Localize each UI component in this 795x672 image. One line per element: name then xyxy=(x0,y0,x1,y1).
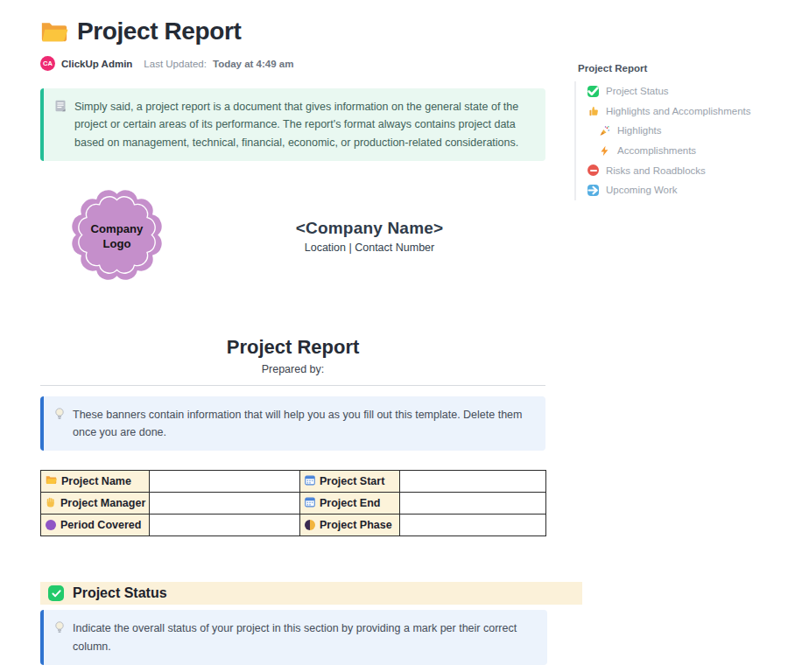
no-entry-icon xyxy=(587,164,599,176)
last-updated-label: Last Updated: xyxy=(144,59,207,69)
table-row: Project Manager Project End xyxy=(41,493,546,514)
last-updated-value: Today at 4:49 am xyxy=(213,59,293,69)
logo-text-line2: Logo xyxy=(102,237,130,250)
document-body: Project Report CA ClickUp Admin Last Upd… xyxy=(40,0,545,665)
doc-title-row: Project Report xyxy=(40,0,545,46)
divider-line xyxy=(40,385,545,386)
outline-header[interactable]: Project Report xyxy=(574,63,791,74)
cell-project-manager-value[interactable] xyxy=(150,493,300,514)
author-name[interactable]: ClickUp Admin xyxy=(61,59,132,69)
table-row: Project Name Project Start xyxy=(41,471,546,493)
byline: CA ClickUp Admin Last Updated: Today at … xyxy=(40,56,545,71)
outline-item-project-status[interactable]: Project Status xyxy=(587,81,791,102)
company-header: Company Logo <Company Name> Location | C… xyxy=(40,190,545,284)
cell-project-start-value[interactable] xyxy=(400,471,546,493)
cell-project-start-label[interactable]: Project Start xyxy=(300,471,400,493)
clickup-doc-page: Project Report CA ClickUp Admin Last Upd… xyxy=(0,0,795,672)
outline-item-highlights[interactable]: Highlights xyxy=(587,121,791,141)
outline-item-highlights-accomplishments[interactable]: Highlights and Accomplishments xyxy=(587,102,791,122)
avatar[interactable]: CA xyxy=(40,56,55,71)
callout-intro[interactable]: Simply said, a project report is a docum… xyxy=(40,88,545,161)
cell-period-covered-value[interactable] xyxy=(150,514,300,536)
memo-icon xyxy=(54,100,67,151)
company-info: <Company Name> Location | Contact Number xyxy=(164,219,545,254)
outline-item-accomplishments[interactable]: Accomplishments xyxy=(587,141,791,161)
outline-item-upcoming-work[interactable]: Upcoming Work xyxy=(587,180,791,200)
logo-text-line1: Company xyxy=(91,221,144,234)
cell-project-phase-value[interactable] xyxy=(400,514,546,536)
section-title[interactable]: Project Status xyxy=(73,585,167,601)
cell-period-covered-label[interactable]: Period Covered xyxy=(41,514,150,536)
bulb-icon xyxy=(54,408,65,442)
outline-sidebar: Project Report Project Status Highlights… xyxy=(574,63,791,200)
project-info-table: Project Name Project Start xyxy=(40,470,546,536)
hand-icon xyxy=(46,496,56,510)
arrow-right-icon xyxy=(587,185,599,196)
calendar-icon xyxy=(305,475,315,488)
check-icon xyxy=(587,86,599,97)
callout-status-help[interactable]: Indicate the overall status of your proj… xyxy=(40,610,547,665)
cell-project-name-value[interactable] xyxy=(150,471,300,493)
half-circle-icon xyxy=(305,520,315,530)
cell-project-end-value[interactable] xyxy=(400,493,546,514)
company-logo-badge: Company Logo xyxy=(70,188,164,285)
section-project-status[interactable]: Project Status xyxy=(40,582,582,605)
table-row: Period Covered Project Phase xyxy=(41,514,546,536)
company-contact[interactable]: Location | Contact Number xyxy=(193,242,545,254)
callout-banner-help-text[interactable]: These banners contain information that w… xyxy=(73,406,533,442)
report-title[interactable]: Project Report xyxy=(40,336,545,359)
cell-project-manager-label[interactable]: Project Manager xyxy=(41,493,150,514)
calendar-icon xyxy=(305,497,315,510)
bulb-icon xyxy=(54,621,65,655)
cell-project-phase-label[interactable]: Project Phase xyxy=(300,514,400,536)
report-heading: Project Report Prepared by: xyxy=(40,336,545,375)
cell-project-name-label[interactable]: Project Name xyxy=(41,471,150,493)
folder-icon xyxy=(46,475,57,487)
outline-list: Project Status Highlights and Accomplish… xyxy=(574,81,791,200)
open-folder-icon xyxy=(40,20,68,44)
cell-project-end-label[interactable]: Project End xyxy=(300,493,400,514)
prepared-by-label[interactable]: Prepared by: xyxy=(40,363,545,375)
thumbs-up-icon xyxy=(587,105,599,116)
page-title[interactable]: Project Report xyxy=(77,18,241,46)
callout-intro-text[interactable]: Simply said, a project report is a docum… xyxy=(74,98,533,151)
callout-banner-help[interactable]: These banners contain information that w… xyxy=(40,396,545,452)
lightning-icon xyxy=(599,145,610,157)
purple-circle-icon xyxy=(46,520,56,530)
company-name[interactable]: <Company Name> xyxy=(193,219,545,238)
callout-status-help-text[interactable]: Indicate the overall status of your proj… xyxy=(73,620,535,655)
check-icon xyxy=(48,585,64,601)
party-popper-icon xyxy=(599,125,610,136)
outline-item-risks-roadblocks[interactable]: Risks and Roadblocks xyxy=(587,160,791,180)
